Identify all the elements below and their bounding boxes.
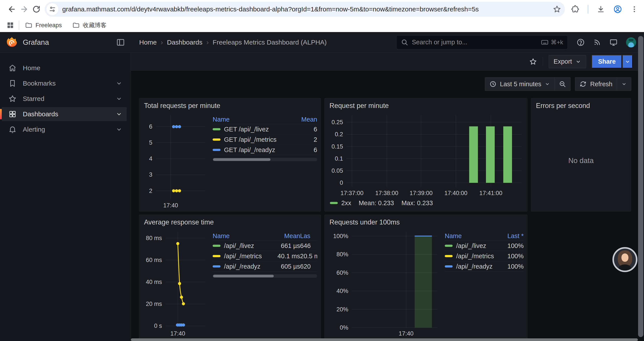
legend-hscrollbar-thumb[interactable]	[213, 158, 270, 161]
chevron-down-icon	[622, 81, 627, 87]
refresh-interval-button[interactable]	[617, 78, 631, 91]
time-picker-group: Last 5 minutes	[485, 77, 571, 91]
sidebar-collapse-icon[interactable]	[116, 38, 125, 47]
assistant-avatar[interactable]	[612, 247, 638, 272]
sidebar-item-starred[interactable]: Starred	[2, 92, 127, 106]
legend-series-name[interactable]: /api/_/metrics	[212, 253, 267, 260]
browser-back-button[interactable]	[6, 3, 18, 15]
grafana-logo-icon[interactable]	[6, 36, 18, 49]
sidebar-nav: Home Bookmarks Starred Dashboards Alerti…	[0, 53, 131, 341]
panel-title[interactable]: Average response time	[143, 217, 317, 228]
series-label[interactable]: /api/_/livez	[456, 242, 486, 249]
y-tick-label: 2	[149, 188, 152, 194]
avatar-body	[619, 264, 631, 271]
legend-hscrollbar[interactable]	[212, 158, 317, 161]
bookmark-page-button[interactable]	[551, 4, 563, 15]
bookmark-folder-freeleaps[interactable]: Freeleaps	[25, 22, 62, 29]
panel-title[interactable]: Total requests per minute	[143, 100, 317, 112]
series-label[interactable]: /api/_/livez	[224, 242, 254, 249]
series-label[interactable]: GET /api/_/readyz	[224, 146, 275, 154]
user-avatar[interactable]	[626, 37, 636, 47]
sidebar-item-alerting[interactable]: Alerting	[2, 122, 127, 137]
actions-divider	[543, 57, 543, 66]
panel-title[interactable]: Errors per second	[534, 100, 627, 112]
legend-header-col: Last *	[500, 232, 524, 240]
breadcrumb-dashboards[interactable]: Dashboards	[167, 39, 202, 46]
legend-inline-item[interactable]: 2xx	[330, 199, 351, 207]
series-point	[175, 189, 178, 192]
folder-icon	[25, 22, 32, 29]
export-button[interactable]: Export	[549, 55, 586, 68]
series-color-pill	[212, 255, 220, 257]
panel-grid: Total requests per minute 6543217:40 Nam…	[139, 98, 631, 340]
legend-series-name[interactable]: /api/_/readyz	[212, 263, 267, 270]
zoom-out-button[interactable]	[554, 78, 570, 91]
legend-value: 100%	[500, 253, 524, 260]
panel-title[interactable]: Request per minute	[328, 100, 524, 112]
legend-series-name[interactable]: GET /api/_/metrics	[212, 136, 298, 143]
legend-header-row: NameLast *	[445, 231, 524, 241]
bookmarks-divider	[19, 21, 19, 30]
series-color-pill	[445, 255, 453, 257]
browser-forward-button[interactable]	[18, 3, 30, 15]
news-rss-icon[interactable]	[593, 38, 601, 46]
search-input[interactable]: Search or jump to... ⌘+k	[396, 35, 568, 49]
series-label[interactable]: /api/_/readyz	[224, 263, 260, 270]
horizontal-scrollbar[interactable]	[131, 338, 638, 341]
legend-series-name[interactable]: GET /api/_/livez	[212, 126, 298, 133]
y-tick-label: 40%	[336, 288, 348, 294]
series-label[interactable]: /api/_/metrics	[456, 253, 494, 260]
sidebar-item-home[interactable]: Home	[2, 61, 127, 75]
bookmark-folder-blogs[interactable]: 收藏博客	[72, 21, 106, 29]
download-icon[interactable]	[597, 5, 605, 14]
chevron-down-icon[interactable]	[116, 111, 122, 117]
legend-value: 605 µs	[267, 263, 300, 270]
sidebar-item-dashboards[interactable]: Dashboards	[2, 107, 127, 121]
sidebar-item-bookmarks[interactable]: Bookmarks	[2, 76, 127, 90]
legend-series-name[interactable]: /api/_/livez	[212, 242, 267, 249]
bar-chart: 0.250.20.150.10.05017:37:0017:38:0017:39…	[328, 112, 524, 197]
browser-menu-icon[interactable]	[630, 5, 638, 13]
home-icon	[8, 64, 17, 72]
time-range-picker[interactable]: Last 5 minutes	[485, 78, 554, 91]
site-settings-button[interactable]	[46, 3, 58, 15]
apps-grid-icon[interactable]	[6, 22, 14, 29]
dashboards-grid-icon	[8, 110, 17, 118]
legend-series-name[interactable]: GET /api/_/readyz	[212, 146, 298, 154]
url-text[interactable]: grafana.mathmast.com/d/deytv4rwavabkb/fr…	[62, 6, 551, 13]
series-label[interactable]: GET /api/_/livez	[224, 126, 269, 133]
grafana-top-nav: Grafana Home › Dashboards › Freeleaps Me…	[0, 32, 644, 53]
share-button[interactable]: Share	[592, 55, 622, 68]
refresh-button[interactable]: Refresh	[575, 78, 617, 91]
chevron-down-icon[interactable]	[116, 126, 122, 133]
legend-value: 6	[298, 126, 317, 133]
legend-hscrollbar-thumb[interactable]	[213, 275, 274, 277]
panel-title[interactable]: Requests under 100ms	[328, 217, 524, 228]
chevron-down-icon[interactable]	[116, 80, 122, 87]
profile-icon[interactable]	[613, 5, 622, 14]
vertical-scrollbar[interactable]	[638, 36, 643, 337]
help-icon[interactable]	[576, 38, 585, 47]
extensions-icon[interactable]	[571, 5, 579, 14]
legend-series-name[interactable]: /api/_/readyz	[445, 263, 500, 270]
series-color-pill	[212, 265, 220, 267]
refresh-group: Refresh	[575, 77, 631, 91]
address-bar[interactable]: grafana.mathmast.com/d/deytv4rwavabkb/fr…	[45, 2, 565, 17]
series-label[interactable]: /api/_/metrics	[224, 253, 262, 260]
legend-row: /api/_/livez661 µs646	[212, 241, 317, 251]
legend-value: 20.5 m	[300, 253, 317, 260]
legend-value: 40.1 ms	[267, 253, 300, 260]
legend-series-name[interactable]: /api/_/metrics	[445, 253, 500, 260]
breadcrumb-home[interactable]: Home	[139, 39, 157, 46]
chevron-down-icon[interactable]	[116, 96, 122, 102]
panel-request-per-minute: Request per minute 0.250.20.150.10.05017…	[324, 98, 528, 212]
legend-series-name[interactable]: /api/_/livez	[445, 242, 500, 249]
browser-reload-button[interactable]	[30, 3, 42, 15]
favorite-dashboard-icon[interactable]	[529, 58, 537, 66]
series-label[interactable]: /api/_/readyz	[456, 263, 492, 270]
legend-row: GET /api/_/readyz6	[212, 145, 317, 155]
monitor-icon[interactable]	[609, 38, 618, 47]
legend-hscrollbar[interactable]	[212, 274, 317, 278]
series-label[interactable]: GET /api/_/metrics	[224, 136, 277, 143]
share-menu-button[interactable]	[622, 55, 632, 68]
